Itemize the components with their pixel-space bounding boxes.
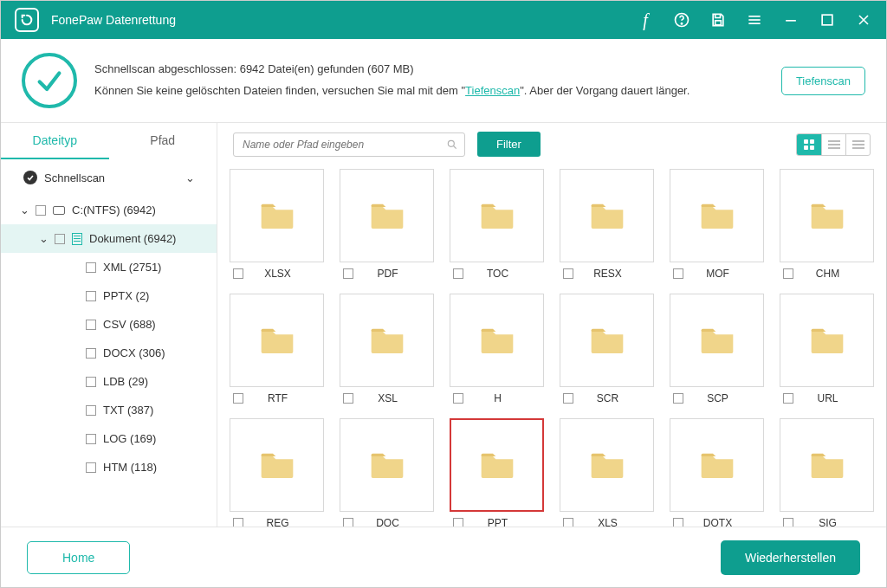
folder-thumb[interactable] xyxy=(670,169,764,262)
tree-item[interactable]: CSV (688) xyxy=(1,310,217,339)
tree-item[interactable]: TXT (387) xyxy=(1,396,217,424)
folder-type-cell[interactable]: TOC xyxy=(450,169,544,280)
tree-item[interactable]: HTM (118) xyxy=(1,453,217,481)
folder-thumb[interactable] xyxy=(780,294,874,387)
folder-thumb[interactable] xyxy=(340,169,434,262)
folder-type-cell[interactable]: PDF xyxy=(340,169,434,280)
checkbox[interactable] xyxy=(233,268,243,279)
minimize-icon[interactable] xyxy=(782,11,800,29)
folder-type-cell[interactable]: CHM xyxy=(780,169,874,280)
tree-item[interactable]: LDB (29) xyxy=(1,367,217,396)
folder-type-label: REG xyxy=(252,517,320,527)
folder-type-cell[interactable]: XSL xyxy=(340,294,434,404)
home-button[interactable]: Home xyxy=(27,541,130,574)
folder-type-cell[interactable]: MOF xyxy=(670,169,764,280)
tree-dokument[interactable]: ⌄ Dokument (6942) xyxy=(1,224,217,253)
folder-type-cell[interactable]: SCR xyxy=(560,294,654,404)
title-bar: FonePaw Datenrettung f xyxy=(1,1,886,39)
scan-summary-text: Schnellscan abgeschlossen: 6942 Datei(en… xyxy=(94,59,781,101)
checkbox[interactable] xyxy=(86,462,96,473)
checkbox[interactable] xyxy=(86,434,96,444)
checkbox[interactable] xyxy=(55,234,65,244)
filter-button[interactable]: Filter xyxy=(477,132,541,157)
folder-type-label: H xyxy=(472,392,541,404)
checkbox[interactable] xyxy=(36,205,46,216)
tree-quickscan[interactable]: Schnellscan ⌄ xyxy=(13,163,204,192)
maximize-icon[interactable] xyxy=(819,11,836,29)
folder-type-cell[interactable]: URL xyxy=(780,294,874,404)
checkbox[interactable] xyxy=(233,518,243,527)
folder-thumb[interactable] xyxy=(670,418,764,512)
folder-thumb[interactable] xyxy=(340,294,434,387)
checkbox[interactable] xyxy=(86,377,96,387)
folder-type-cell[interactable]: SIG xyxy=(780,418,874,527)
folder-type-cell[interactable]: PPT xyxy=(450,418,544,527)
deep-scan-link[interactable]: Tiefenscan xyxy=(465,84,520,97)
checkbox[interactable] xyxy=(343,518,353,527)
checkbox[interactable] xyxy=(673,268,683,279)
folder-type-cell[interactable]: SCP xyxy=(670,294,764,404)
folder-type-cell[interactable]: DOC xyxy=(340,418,434,527)
recover-button[interactable]: Wiederherstellen xyxy=(721,540,860,575)
checkbox[interactable] xyxy=(453,268,463,279)
checkbox[interactable] xyxy=(563,393,573,404)
folder-icon xyxy=(590,326,625,355)
checkbox[interactable] xyxy=(783,393,793,404)
checkbox[interactable] xyxy=(783,268,793,279)
deep-scan-button[interactable]: Tiefenscan xyxy=(781,67,865,95)
folder-thumb[interactable] xyxy=(560,169,654,262)
folder-thumb[interactable] xyxy=(450,418,544,512)
folder-type-label: CHM xyxy=(802,268,871,280)
checkbox[interactable] xyxy=(453,518,463,527)
checkbox[interactable] xyxy=(86,262,96,273)
tree-drive[interactable]: ⌄ C:(NTFS) (6942) xyxy=(1,196,217,224)
folder-thumb[interactable] xyxy=(230,169,324,262)
tab-file-type[interactable]: Dateityp xyxy=(1,123,109,159)
checkbox[interactable] xyxy=(86,348,96,359)
view-detail-button[interactable] xyxy=(845,134,870,155)
checkbox[interactable] xyxy=(86,405,96,416)
folder-thumb[interactable] xyxy=(560,418,654,512)
checkbox[interactable] xyxy=(86,320,96,330)
folder-type-cell[interactable]: XLSX xyxy=(230,169,324,280)
close-icon[interactable] xyxy=(855,11,872,29)
folder-type-cell[interactable]: H xyxy=(450,294,544,404)
checkbox[interactable] xyxy=(783,518,793,527)
folder-type-cell[interactable]: RESX xyxy=(560,169,654,280)
checkbox[interactable] xyxy=(563,518,573,527)
tree-item[interactable]: LOG (169) xyxy=(1,424,217,453)
help-icon[interactable] xyxy=(673,11,690,29)
folder-type-cell[interactable]: RTF xyxy=(230,294,324,404)
checkbox[interactable] xyxy=(563,268,573,279)
view-list-button[interactable] xyxy=(821,134,845,155)
view-grid-button[interactable] xyxy=(797,134,821,155)
checkbox[interactable] xyxy=(453,393,463,404)
tree-item[interactable]: DOCX (306) xyxy=(1,339,217,367)
folder-type-cell[interactable]: REG xyxy=(230,418,324,527)
folder-thumb[interactable] xyxy=(340,418,434,512)
search-input[interactable] xyxy=(233,132,465,157)
checkbox[interactable] xyxy=(233,393,243,404)
tab-path[interactable]: Pfad xyxy=(109,123,217,159)
folder-thumb[interactable] xyxy=(450,169,544,262)
facebook-icon[interactable]: f xyxy=(637,11,654,29)
folder-type-cell[interactable]: XLS xyxy=(560,418,654,527)
folder-thumb[interactable] xyxy=(230,294,324,387)
menu-icon[interactable] xyxy=(746,11,763,29)
folder-type-cell[interactable]: DOTX xyxy=(670,418,764,527)
checkbox[interactable] xyxy=(673,518,683,527)
folder-thumb[interactable] xyxy=(670,294,764,387)
folder-thumb[interactable] xyxy=(560,294,654,387)
checkbox[interactable] xyxy=(673,393,683,404)
svg-point-1 xyxy=(681,23,682,24)
tree-item[interactable]: PPTX (2) xyxy=(1,281,217,310)
save-icon[interactable] xyxy=(709,11,727,29)
folder-thumb[interactable] xyxy=(780,169,874,262)
folder-thumb[interactable] xyxy=(450,294,544,387)
checkbox[interactable] xyxy=(86,291,96,301)
folder-thumb[interactable] xyxy=(230,418,324,512)
folder-thumb[interactable] xyxy=(780,418,874,512)
checkbox[interactable] xyxy=(343,268,353,279)
checkbox[interactable] xyxy=(343,393,353,404)
tree-item[interactable]: XML (2751) xyxy=(1,253,217,281)
